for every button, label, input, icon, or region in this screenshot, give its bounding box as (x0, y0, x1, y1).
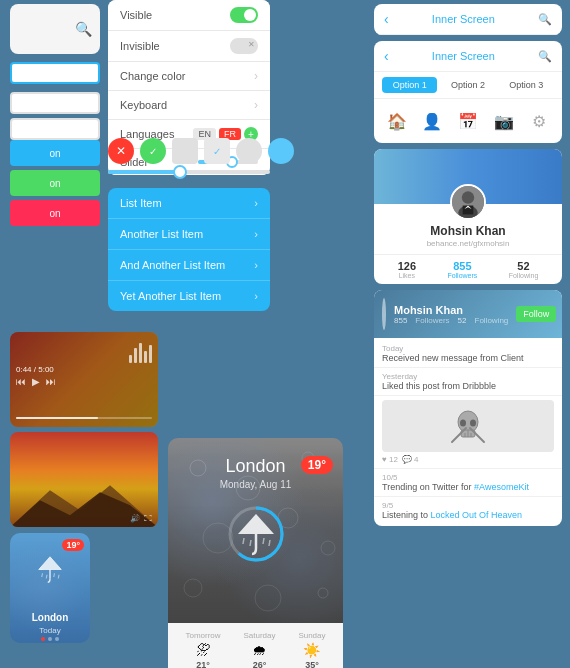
stat-following: 52 Following (509, 260, 539, 279)
search-icon-1[interactable]: 🔍 (538, 13, 552, 26)
play-btn[interactable]: ▶ (32, 376, 40, 387)
user-icon[interactable]: 👤 (418, 107, 446, 135)
prev-btn[interactable]: ⏮ (16, 376, 26, 387)
range-thumb[interactable] (173, 165, 187, 179)
media-bar-5 (149, 345, 152, 363)
settings-row-change-color[interactable]: Change color › (108, 62, 270, 91)
list-item-label-3: And Another List Item (120, 259, 225, 271)
media-controls: ⏮ ▶ ⏭ (16, 376, 152, 387)
song-link[interactable]: Locked Out Of Heaven (431, 510, 523, 520)
social-name: Mohsin Khan (394, 304, 508, 316)
settings-icon[interactable]: ⚙ (525, 107, 553, 135)
list-item-label-4: Yet Another List Item (120, 290, 221, 302)
range-fill (108, 170, 181, 174)
feed-text-1: Received new message from Client (382, 353, 554, 363)
calendar-icon[interactable]: 📅 (454, 107, 482, 135)
weather-mini-dots (41, 637, 59, 641)
forecast-temp-1: 21° (196, 660, 210, 668)
inner-screen-2-header: ‹ Inner Screen 🔍 (374, 41, 562, 72)
svg-point-15 (318, 588, 328, 598)
btn-cancel[interactable]: ✕ (108, 138, 134, 164)
settings-row-visible: Visible (108, 0, 270, 31)
list-chevron-2: › (254, 228, 258, 240)
list-item-2[interactable]: Another List Item › (108, 219, 270, 250)
hashtag[interactable]: #AwesomeKit (474, 482, 529, 492)
tab-option2[interactable]: Option 2 (440, 77, 495, 93)
expand-icon[interactable]: ⛶ (144, 514, 152, 523)
weather-mini-day: Today (10, 619, 90, 637)
social-followers-count: 855 (394, 316, 407, 325)
forecast-temp-3: 35° (305, 660, 319, 668)
tab-option1[interactable]: Option 1 (382, 77, 437, 93)
btn-check-blue[interactable]: ✓ (204, 138, 230, 164)
search-icon-2[interactable]: 🔍 (538, 50, 552, 63)
feed-item-3: 10/5 Trending on Twitter for #AwesomeKit (374, 469, 562, 497)
keyboard-label: Keyboard (120, 99, 167, 111)
icon-row: 🏠 👤 📅 📷 ⚙ (374, 99, 562, 143)
toggle-invisible[interactable] (230, 38, 258, 54)
svg-point-24 (462, 191, 474, 203)
svg-point-39 (470, 420, 476, 427)
media-bar-3 (139, 343, 142, 363)
feed-text-2: Liked this post from Dribbble (382, 381, 554, 391)
chevron-right-icon2: › (254, 98, 258, 112)
weather-main-card: London Monday, Aug 11 19° (168, 438, 343, 668)
profile-handle: behance.net/gfxmohsin (382, 239, 554, 248)
feed-item-1: Today Received new message from Client (374, 340, 562, 368)
vol-icon[interactable]: 🔊 (130, 514, 140, 523)
input-field-1[interactable] (10, 62, 100, 84)
profile-cover (374, 149, 562, 204)
weather-mini-widget: 19° London Today (10, 533, 90, 643)
input-field-3[interactable] (10, 118, 100, 140)
btn-confirm[interactable]: ✓ (140, 138, 166, 164)
skull-icon (448, 406, 488, 446)
dot-2 (55, 637, 59, 641)
chevron-right-icon: › (254, 69, 258, 83)
forecast-icon-3: ☀️ (303, 642, 320, 658)
forecast-day-1: Tomorrow (185, 631, 220, 640)
settings-row-keyboard[interactable]: Keyboard › (108, 91, 270, 120)
svg-line-19 (243, 538, 244, 544)
social-card: Mohsin Khan 855 Followers 52 Following F… (374, 290, 562, 526)
svg-point-13 (184, 579, 202, 597)
landscape-image: 🔊 ⛶ (10, 432, 158, 527)
social-mini-stats: 855 Followers 52 Following (394, 316, 508, 325)
feed-image-actions: ♥ 12 💬 4 (382, 455, 554, 464)
comment-icon[interactable]: 💬 4 (402, 455, 419, 464)
search-icon-top[interactable]: 🔍 (75, 21, 92, 37)
tab-option3[interactable]: Option 3 (499, 77, 554, 93)
svg-point-38 (460, 420, 466, 427)
next-btn[interactable]: ⏭ (46, 376, 56, 387)
feed-image (382, 400, 554, 452)
toggle-visible[interactable] (230, 7, 258, 23)
list-chevron-1: › (254, 197, 258, 209)
list-item-1[interactable]: List Item › (108, 188, 270, 219)
volume-bar[interactable] (16, 417, 152, 419)
tab-bar: Option 1 Option 2 Option 3 (374, 72, 562, 99)
btn-circle-blue[interactable] (268, 138, 294, 164)
like-icon[interactable]: ♥ 12 (382, 455, 398, 464)
list-item-3[interactable]: And Another List Item › (108, 250, 270, 281)
camera-icon[interactable]: 📷 (490, 107, 518, 135)
forecast-icon-1: ⛈ (196, 642, 210, 658)
list-item-4[interactable]: Yet Another List Item › (108, 281, 270, 311)
range-bar[interactable] (108, 170, 270, 174)
feed-time-4: 9/5 (382, 501, 554, 510)
color-box-green: on (10, 170, 100, 196)
btn-square[interactable] (172, 138, 198, 164)
back-arrow-icon-2[interactable]: ‹ (384, 48, 389, 64)
following-count: 52 (517, 260, 529, 272)
feed-time-1: Today (382, 344, 554, 353)
weather-date-text: Monday, Aug 11 (168, 479, 343, 490)
media-time: 0:44 / 5:00 (16, 365, 152, 374)
media-bar-4 (144, 351, 147, 363)
inner-screen-1-title: Inner Screen (432, 13, 495, 25)
follow-button[interactable]: Follow (516, 306, 556, 322)
home-icon[interactable]: 🏠 (383, 107, 411, 135)
weather-card-top: London Monday, Aug 11 19° (168, 438, 343, 623)
back-arrow-icon-1[interactable]: ‹ (384, 11, 389, 27)
btn-circle-gray[interactable] (236, 138, 262, 164)
media-extra-controls: 🔊 ⛶ (130, 514, 152, 523)
social-following-label: Following (475, 316, 509, 325)
input-field-2[interactable] (10, 92, 100, 114)
